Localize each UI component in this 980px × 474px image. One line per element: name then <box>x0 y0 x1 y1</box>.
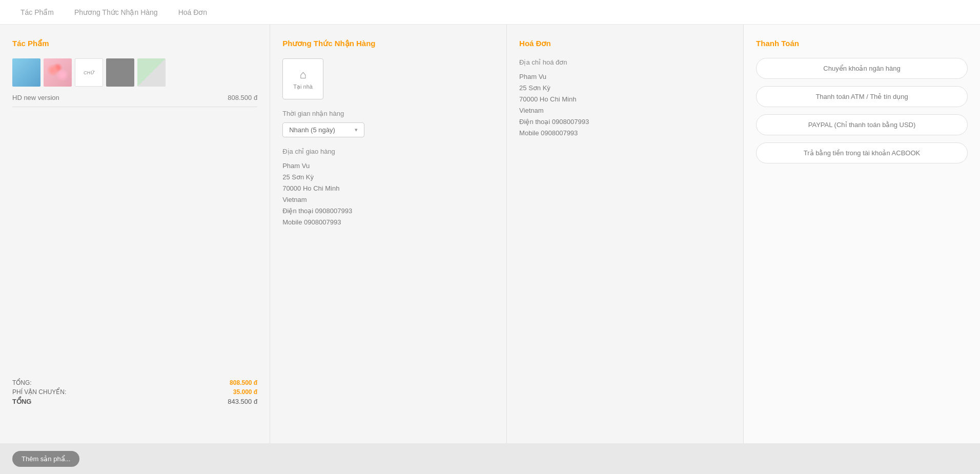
invoice-phone-number: 0908007993 <box>552 118 589 126</box>
product-name: HD new version <box>12 94 59 101</box>
grand-label: TỔNG <box>12 398 31 405</box>
btn-bank[interactable]: Chuyển khoản ngân hàng <box>756 58 968 79</box>
delivery-name: Pham Vu <box>282 160 494 172</box>
home-icon: ⌂ <box>300 68 307 81</box>
invoice-mobile: Mobile 0908007993 <box>519 128 731 139</box>
tong-amount: 808.500 đ <box>230 379 257 386</box>
invoice-street: 25 Sơn Kỳ <box>519 83 731 94</box>
delivery-address-label: Địa chỉ giao hàng <box>282 148 494 155</box>
invoice-mobile-label: Mobile <box>519 129 539 137</box>
delivery-address-section: Địa chỉ giao hàng Pham Vu 25 Sơn Kỳ 7000… <box>282 148 494 229</box>
nav-tacpham[interactable]: Tác Phẩm <box>21 8 54 16</box>
product-img-blue <box>12 58 40 87</box>
tacpham-title: Tác Phẩm <box>12 39 257 48</box>
top-nav: Tác Phẩm Phương Thức Nhận Hàng Hoá Đơn <box>0 0 980 25</box>
delivery-country: Vietnam <box>282 194 494 205</box>
total-grand-row: TỔNG 843.500 đ <box>12 398 257 405</box>
delivery-mobile-number: 0908007993 <box>304 218 341 226</box>
payment-title: Thanh Toán <box>756 39 968 48</box>
grand-amount: 843.500 đ <box>228 398 257 405</box>
product-img-dark <box>106 58 134 87</box>
totals-section: TỔNG: 808.500 đ PHÍ VẬN CHUYỂN: 35.000 đ… <box>12 379 257 407</box>
invoice-name: Pham Vu <box>519 71 731 83</box>
invoice-address-label: Địa chỉ hoá đơn <box>519 58 731 66</box>
product-img-floral <box>44 58 72 87</box>
invoice-zipcode-city: 70000 Ho Chi Minh <box>519 94 731 105</box>
delivery-phone-label: Điện thoại <box>282 207 313 215</box>
invoice-mobile-number: 0908007993 <box>541 129 578 137</box>
main-content: Tác Phẩm CHỮ HD new version 808.500 đ TỔ… <box>0 25 980 443</box>
product-price: 808.500 đ <box>228 94 257 101</box>
total-shipping-row: PHÍ VẬN CHUYỂN: 35.000 đ <box>12 388 257 396</box>
btn-atm[interactable]: Thanh toán ATM / Thẻ tín dụng <box>756 86 968 107</box>
delivery-mobile: Mobile 0908007993 <box>282 217 494 228</box>
product-img-mixed <box>137 58 166 87</box>
invoice-country: Vietnam <box>519 105 731 116</box>
shipping-title: Phương Thức Nhận Hàng <box>282 39 494 48</box>
panel-shipping: Phương Thức Nhận Hàng ⌂ Tại nhà Thời gia… <box>270 25 507 443</box>
invoice-phone: Điện thoại 0908007993 <box>519 116 731 128</box>
total-subtotal-row: TỔNG: 808.500 đ <box>12 379 257 386</box>
delivery-mobile-label: Mobile <box>282 218 302 226</box>
delivery-zipcode-city: 70000 Ho Chi Minh <box>282 183 494 194</box>
product-images: CHỮ <box>12 58 257 87</box>
chevron-down-icon: ▾ <box>355 127 358 133</box>
btn-acbook[interactable]: Trả bằng tiền trong tài khoản ACBOOK <box>756 142 968 163</box>
panel-tacpham: Tác Phẩm CHỮ HD new version 808.500 đ TỔ… <box>0 25 270 443</box>
btn-paypal[interactable]: PAYPAL (Chỉ thanh toán bằng USD) <box>756 114 968 135</box>
time-label: Thời gian nhận hàng <box>282 110 494 117</box>
delivery-phone-number: 0908007993 <box>315 207 352 215</box>
shipping-option-label: Tại nhà <box>293 84 313 90</box>
delivery-phone: Điện thoại 0908007993 <box>282 205 494 217</box>
nav-invoice[interactable]: Hoá Đơn <box>178 8 207 16</box>
invoice-phone-label: Điện thoại <box>519 118 550 126</box>
product-img-text: CHỮ <box>75 58 103 87</box>
invoice-address-section: Địa chỉ hoá đơn Pham Vu 25 Sơn Kỳ 70000 … <box>519 58 731 139</box>
bottom-bar: Thêm sản phẩ... <box>0 443 980 474</box>
tong-label: TỔNG: <box>12 379 32 386</box>
speed-dropdown[interactable]: Nhanh (5 ngày) ▾ <box>282 122 364 137</box>
panel-invoice: Hoá Đơn Địa chỉ hoá đơn Pham Vu 25 Sơn K… <box>507 25 744 443</box>
panel-payment: Thanh Toán Chuyển khoản ngân hàng Thanh … <box>744 25 980 443</box>
phi-label: PHÍ VẬN CHUYỂN: <box>12 388 66 396</box>
nav-shipping[interactable]: Phương Thức Nhận Hàng <box>74 8 158 16</box>
shipping-option-home[interactable]: ⌂ Tại nhà <box>282 58 323 99</box>
add-product-button[interactable]: Thêm sản phẩ... <box>12 451 79 467</box>
phi-amount: 35.000 đ <box>233 388 257 396</box>
speed-option-text: Nhanh (5 ngày) <box>289 126 335 134</box>
invoice-title: Hoá Đơn <box>519 39 731 48</box>
delivery-street: 25 Sơn Kỳ <box>282 172 494 183</box>
